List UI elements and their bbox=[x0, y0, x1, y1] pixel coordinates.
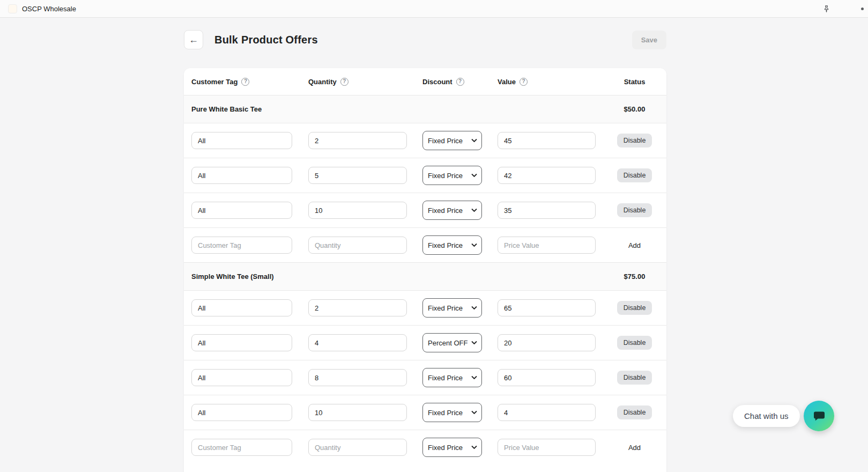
customer-tag-input[interactable] bbox=[191, 299, 292, 316]
customer-tag-input[interactable] bbox=[191, 237, 292, 254]
discount-select-wrap: Fixed PricePercent OFF bbox=[422, 438, 482, 457]
discount-select[interactable]: Fixed PricePercent OFF bbox=[422, 235, 482, 255]
column-label: Quantity bbox=[308, 78, 337, 86]
column-label: Customer Tag bbox=[191, 78, 238, 86]
disable-button[interactable]: Disable bbox=[617, 371, 652, 385]
column-label: Status bbox=[624, 78, 646, 86]
add-offer-row: Fixed PricePercent OFFAdd bbox=[184, 430, 666, 464]
value-input[interactable] bbox=[498, 404, 596, 421]
column-header-status: Status bbox=[624, 78, 646, 86]
column-header-value: Value ? bbox=[498, 78, 610, 86]
column-label: Value bbox=[498, 78, 516, 86]
help-icon[interactable]: ? bbox=[340, 78, 348, 86]
save-button[interactable]: Save bbox=[632, 31, 666, 49]
value-input[interactable] bbox=[498, 167, 596, 184]
discount-select-wrap: Fixed PricePercent OFF bbox=[422, 166, 482, 185]
quantity-input[interactable] bbox=[308, 299, 407, 316]
quantity-input[interactable] bbox=[308, 439, 407, 456]
value-input[interactable] bbox=[498, 369, 596, 386]
chat-with-us-bubble[interactable]: Chat with us bbox=[733, 405, 800, 427]
bulk-offers-card: Customer Tag ? Quantity ? Discount ? Val… bbox=[184, 68, 666, 472]
offer-row: Fixed PricePercent OFFDisable bbox=[184, 193, 666, 227]
discount-select-wrap: Fixed PricePercent OFF bbox=[422, 333, 482, 352]
offer-row: Fixed PricePercent OFFDisable bbox=[184, 158, 666, 193]
value-input[interactable] bbox=[498, 237, 596, 254]
discount-select-wrap: Fixed PricePercent OFF bbox=[422, 131, 482, 150]
customer-tag-input[interactable] bbox=[191, 334, 292, 351]
value-input[interactable] bbox=[498, 439, 596, 456]
quantity-input[interactable] bbox=[308, 404, 407, 421]
discount-select[interactable]: Fixed PricePercent OFF bbox=[422, 403, 482, 422]
page-title: Bulk Product Offers bbox=[214, 34, 318, 46]
customer-tag-input[interactable] bbox=[191, 404, 292, 421]
discount-select-wrap: Fixed PricePercent OFF bbox=[422, 201, 482, 220]
value-input[interactable] bbox=[498, 202, 596, 219]
quantity-input[interactable] bbox=[308, 167, 407, 184]
page-header: ← Bulk Product Offers Save bbox=[184, 30, 666, 49]
column-header-quantity: Quantity ? bbox=[308, 78, 422, 86]
product-name: Simple White Tee (Small) bbox=[191, 272, 610, 281]
disable-button[interactable]: Disable bbox=[617, 203, 652, 217]
discount-select[interactable]: Fixed PricePercent OFF bbox=[422, 333, 482, 352]
offer-row: Fixed PricePercent OFFDisable bbox=[184, 360, 666, 395]
discount-select[interactable]: Fixed PricePercent OFF bbox=[422, 131, 482, 150]
offer-row: Fixed PricePercent OFFDisable bbox=[184, 123, 666, 158]
disable-button[interactable]: Disable bbox=[617, 168, 652, 182]
discount-select[interactable]: Fixed PricePercent OFF bbox=[422, 368, 482, 387]
customer-tag-input[interactable] bbox=[191, 132, 292, 149]
disable-button[interactable]: Disable bbox=[617, 301, 652, 315]
product-section-row: Simple White Tee (Small)$75.00 bbox=[184, 262, 666, 290]
quantity-input[interactable] bbox=[308, 334, 407, 351]
discount-select[interactable]: Fixed PricePercent OFF bbox=[422, 201, 482, 220]
disable-button[interactable]: Disable bbox=[617, 336, 652, 350]
quantity-input[interactable] bbox=[308, 202, 407, 219]
discount-select-wrap: Fixed PricePercent OFF bbox=[422, 298, 482, 318]
topbar-right bbox=[821, 4, 864, 14]
chat-bubble-icon bbox=[813, 411, 825, 422]
help-icon[interactable]: ? bbox=[241, 78, 249, 86]
column-header-discount: Discount ? bbox=[422, 78, 498, 86]
discount-select-wrap: Fixed PricePercent OFF bbox=[422, 235, 482, 255]
back-button[interactable]: ← bbox=[184, 30, 203, 49]
overflow-dot bbox=[861, 8, 864, 10]
customer-tag-input[interactable] bbox=[191, 439, 292, 456]
product-section-row: Pure White Basic Tee$50.00 bbox=[184, 95, 666, 123]
disable-button[interactable]: Disable bbox=[617, 405, 652, 419]
product-name: Pure White Basic Tee bbox=[191, 105, 610, 113]
discount-select[interactable]: Fixed PricePercent OFF bbox=[422, 166, 482, 185]
add-button[interactable]: Add bbox=[623, 238, 646, 253]
table-body: Pure White Basic Tee$50.00Fixed PricePer… bbox=[184, 95, 666, 464]
offer-row: Fixed PricePercent OFFDisable bbox=[184, 325, 666, 360]
customer-tag-input[interactable] bbox=[191, 369, 292, 386]
table-header-row: Customer Tag ? Quantity ? Discount ? Val… bbox=[184, 68, 666, 95]
product-price: $50.00 bbox=[624, 105, 646, 113]
help-icon[interactable]: ? bbox=[520, 78, 528, 86]
help-icon[interactable]: ? bbox=[456, 78, 464, 86]
offer-row: Fixed PricePercent OFFDisable bbox=[184, 290, 666, 325]
discount-select[interactable]: Fixed PricePercent OFF bbox=[422, 438, 482, 457]
quantity-input[interactable] bbox=[308, 369, 407, 386]
quantity-input[interactable] bbox=[308, 237, 407, 254]
value-input[interactable] bbox=[498, 132, 596, 149]
add-button[interactable]: Add bbox=[623, 440, 646, 455]
value-input[interactable] bbox=[498, 334, 596, 351]
disable-button[interactable]: Disable bbox=[617, 134, 652, 148]
add-offer-row: Fixed PricePercent OFFAdd bbox=[184, 227, 666, 262]
offer-row: Fixed PricePercent OFFDisable bbox=[184, 395, 666, 430]
pin-icon[interactable] bbox=[821, 4, 832, 14]
column-label: Discount bbox=[422, 78, 452, 86]
quantity-input[interactable] bbox=[308, 132, 407, 149]
customer-tag-input[interactable] bbox=[191, 202, 292, 219]
app-name: OSCP Wholesale bbox=[22, 5, 76, 13]
customer-tag-input[interactable] bbox=[191, 167, 292, 184]
discount-select[interactable]: Fixed PricePercent OFF bbox=[422, 298, 482, 318]
topbar: oc OSCP Wholesale bbox=[0, 0, 868, 18]
app-logo-icon: oc bbox=[8, 4, 17, 13]
product-price: $75.00 bbox=[624, 272, 646, 281]
column-header-customer-tag: Customer Tag ? bbox=[191, 78, 308, 86]
discount-select-wrap: Fixed PricePercent OFF bbox=[422, 368, 482, 387]
value-input[interactable] bbox=[498, 299, 596, 316]
chat-launcher-button[interactable] bbox=[804, 401, 834, 431]
discount-select-wrap: Fixed PricePercent OFF bbox=[422, 403, 482, 422]
